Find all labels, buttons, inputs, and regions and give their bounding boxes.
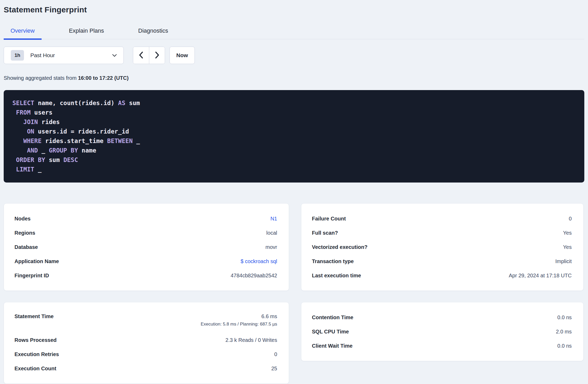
- tab-overview[interactable]: Overview: [4, 27, 42, 40]
- statement-time-breakdown: Execution: 5.8 ms / Planning: 687.5 µs: [201, 322, 277, 327]
- row-value: Yes: [563, 230, 572, 236]
- row-label: Client Wait Time: [312, 343, 352, 349]
- row-label: Last execution time: [312, 273, 361, 279]
- nodes-link[interactable]: N1: [270, 216, 277, 222]
- statement-time-value: 6.6 ms: [261, 313, 277, 319]
- cards-grid: Nodes N1 Regions local Database movr App…: [4, 203, 584, 384]
- row-transaction-type: Transaction type Implicit: [312, 254, 572, 268]
- row-value: 2.3 k Reads / 0 Writes: [226, 337, 277, 343]
- row-value: Implicit: [555, 258, 572, 264]
- row-value: 0.0 ns: [557, 314, 572, 321]
- stats-card-left: Statement Time 6.6 ms Execution: 5.8 ms …: [4, 302, 289, 384]
- row-label: Nodes: [14, 216, 31, 222]
- row-label: Statement Time: [14, 313, 54, 319]
- tab-explain-plans[interactable]: Explain Plans: [62, 27, 111, 40]
- application-name-link[interactable]: $ cockroach sql: [241, 258, 277, 264]
- row-sql-cpu-time: SQL CPU Time 2.0 ms: [312, 324, 572, 339]
- row-label: Execution Retries: [14, 351, 59, 357]
- page-title: Statement Fingerprint: [4, 5, 584, 14]
- time-range-dropdown[interactable]: 1h Past Hour: [4, 47, 124, 64]
- row-vectorized-execution: Vectorized execution? Yes: [312, 240, 572, 254]
- row-label: Execution Count: [14, 366, 56, 372]
- chevron-right-icon: [155, 51, 160, 60]
- next-time-button[interactable]: [149, 47, 165, 64]
- time-range-label: Past Hour: [30, 52, 55, 58]
- row-label: Application Name: [14, 258, 59, 264]
- row-full-scan: Full scan? Yes: [312, 226, 572, 240]
- row-nodes: Nodes N1: [14, 211, 277, 226]
- row-label: Vectorized execution?: [312, 244, 367, 250]
- tab-bar: Overview Explain Plans Diagnostics: [4, 27, 584, 39]
- sql-box: SELECT name, count(rides.id) AS sum FROM…: [4, 90, 584, 183]
- row-failure-count: Failure Count 0: [312, 211, 572, 226]
- row-execution-retries: Execution Retries 0: [14, 347, 277, 361]
- row-client-wait-time: Client Wait Time 0.0 ns: [312, 339, 572, 353]
- aggregation-summary-prefix: Showing aggregated stats from: [4, 75, 78, 81]
- row-value: 2.0 ms: [556, 329, 572, 335]
- details-card-right: Failure Count 0 Full scan? Yes Vectorize…: [301, 203, 584, 291]
- row-value: Yes: [563, 244, 572, 250]
- chevron-down-icon: [112, 53, 117, 57]
- chevron-left-icon: [139, 51, 143, 60]
- row-value: 4784cb829aab2542: [231, 273, 277, 279]
- time-range-badge: 1h: [11, 50, 24, 61]
- stats-card-right: Contention Time 0.0 ns SQL CPU Time 2.0 …: [301, 302, 584, 361]
- row-contention-time: Contention Time 0.0 ns: [312, 310, 572, 324]
- row-rows-processed: Rows Processed 2.3 k Reads / 0 Writes: [14, 333, 277, 347]
- row-value: 0: [274, 351, 277, 357]
- row-value: movr: [266, 244, 277, 250]
- row-label: Database: [14, 244, 38, 250]
- time-toolbar: 1h Past Hour Now: [4, 47, 584, 64]
- row-last-execution-time: Last execution time Apr 29, 2024 at 17:1…: [312, 268, 572, 283]
- row-value: 25: [271, 366, 277, 372]
- row-label: Regions: [14, 230, 35, 236]
- row-label: SQL CPU Time: [312, 329, 349, 335]
- aggregation-summary: Showing aggregated stats from 16:00 to 1…: [4, 75, 584, 81]
- row-value: 6.6 ms Execution: 5.8 ms / Planning: 687…: [201, 313, 277, 327]
- row-execution-count: Execution Count 25: [14, 361, 277, 376]
- row-value: local: [266, 230, 277, 236]
- row-label: Rows Processed: [14, 337, 57, 343]
- row-value: 0: [569, 216, 572, 222]
- row-statement-time: Statement Time 6.6 ms Execution: 5.8 ms …: [14, 310, 277, 333]
- row-value: 0.0 ns: [557, 343, 572, 349]
- row-fingerprint-id: Fingerprint ID 4784cb829aab2542: [14, 268, 277, 283]
- time-step-group: [133, 47, 165, 64]
- statement-fingerprint-page: Statement Fingerprint Overview Explain P…: [0, 5, 588, 384]
- row-application-name: Application Name $ cockroach sql: [14, 254, 277, 268]
- row-value: Apr 29, 2024 at 17:18 UTC: [509, 273, 572, 279]
- details-card-left: Nodes N1 Regions local Database movr App…: [4, 203, 289, 291]
- row-database: Database movr: [14, 240, 277, 254]
- row-regions: Regions local: [14, 226, 277, 240]
- row-label: Full scan?: [312, 230, 338, 236]
- now-button[interactable]: Now: [170, 47, 195, 64]
- row-label: Contention Time: [312, 314, 353, 321]
- row-label: Transaction type: [312, 258, 354, 264]
- aggregation-summary-range: 16:00 to 17:22 (UTC): [78, 75, 128, 81]
- row-label: Failure Count: [312, 216, 346, 222]
- tab-diagnostics[interactable]: Diagnostics: [131, 27, 175, 40]
- prev-time-button[interactable]: [133, 47, 149, 64]
- row-label: Fingerprint ID: [14, 273, 49, 279]
